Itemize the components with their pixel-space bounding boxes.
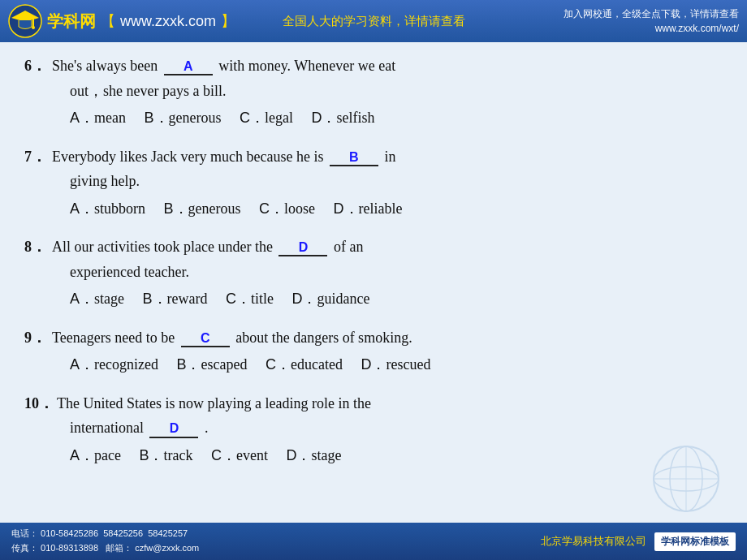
graduation-cap-icon [8,4,42,38]
q6-num: 6． [24,54,49,79]
q9-opt-a: A．recognized [70,356,158,373]
q7-blank: B [330,149,378,166]
q7-num: 7． [24,144,49,170]
q8-line2: experienced teacher. [24,260,723,285]
footer-contact: 电话： 010-58425286 58425256 58425257 传真： 0… [11,527,199,555]
site-name-cn: 学科网 [47,11,96,32]
phone2: 58425256 [103,528,143,538]
bottom-bar: 电话： 010-58425286 58425256 58425257 传真： 0… [0,523,747,560]
top-banner-left: 学科网 【 www.zxxk.com 】 [8,4,235,38]
banner-center-text: 全国人大的学习资料，详情请查看 [283,14,465,29]
question-6: 6． She's always been A with money. Whene… [24,54,723,131]
footer-phone: 电话： 010-58425286 58425256 58425257 [11,527,199,541]
banner-right-line1: 加入网校通，全级全点下载，详情请查看 [563,6,739,21]
q10-period: . [205,420,209,436]
phone3: 58425257 [148,528,188,538]
q9-num: 9． [24,325,49,351]
decorative-globe [650,442,723,515]
q9-opt-b: B．escaped [176,356,247,373]
q10-blank: D [149,420,198,437]
question-9-line1: 9． Teenagers need to be C about the dang… [24,325,723,351]
footer-logo-text: 学科网标准模板 [661,536,729,547]
q10-opt-d: D．stage [286,447,341,463]
q7-opt-a: A．stubborn [70,200,145,217]
q9-text: Teenagers need to be C about the dangers… [52,325,723,351]
q9-opt-d: D．rescued [361,356,430,373]
footer-right: 北京学易科技有限公司 学科网标准模板 [541,532,736,551]
company-name: 北京学易科技有限公司 [541,534,646,549]
q6-options: A．mean B．generous C．legal D．selfish [24,105,723,131]
q8-opt-c: C．title [226,291,274,307]
q9-blank: C [181,330,230,347]
q8-blank: D [279,239,327,256]
q6-opt-b: B．generous [145,110,222,126]
q10-text: The United States is now playing a leadi… [57,391,723,416]
q8-text: All our activities took place under the … [52,235,723,260]
q7-line2: giving help. [24,169,723,194]
question-7: 7． Everybody likes Jack very much becaus… [24,144,723,222]
svg-rect-2 [32,19,34,27]
q9-options: A．recognized B．escaped C．educated D．resc… [24,351,723,377]
question-6-line1: 6． She's always been A with money. Whene… [24,54,723,79]
footer-logo-box: 学科网标准模板 [654,532,736,551]
fax-label: 传真： [11,543,38,553]
q10-num: 10． [24,391,54,416]
q8-opt-b: B．reward [143,291,208,307]
main-content: 6． She's always been A with money. Whene… [0,42,747,489]
q10-opt-a: A．pace [70,447,121,463]
question-8-line1: 8． All our activities took place under t… [24,235,723,260]
banner-right-url: www.zxxk.com/wxt/ [563,21,739,36]
svg-point-3 [32,26,35,29]
question-7-line1: 7． Everybody likes Jack very much becaus… [24,144,723,170]
q10-options: A．pace B．track C．event D．stage [24,442,723,468]
q7-options: A．stubborn B．generous C．loose D．reliable [24,196,723,222]
q8-num: 8． [24,235,49,260]
banner-right-info: 加入网校通，全级全点下载，详情请查看 www.zxxk.com/wxt/ [563,6,739,36]
q6-opt-c: C．legal [240,110,293,126]
q8-opt-a: A．stage [70,291,124,307]
q6-blank: A [164,58,213,75]
bracket-left: 【 [101,11,115,31]
question-10: 10． The United States is now playing a l… [24,391,723,469]
question-10-line1: 10． The United States is now playing a l… [24,391,723,416]
q7-opt-d: D．reliable [334,200,403,217]
q7-text: Everybody likes Jack very much because h… [52,144,723,170]
top-banner: 学科网 【 www.zxxk.com 】 全国人大的学习资料，详情请查看 加入网… [0,0,747,42]
q7-opt-c: C．loose [259,200,315,217]
email-address: czfw@zxxk.com [135,543,199,553]
q6-text: She's always been A with money. Whenever… [52,54,723,79]
q10-opt-b: B．track [139,447,192,463]
fax-number: 010-89313898 [41,543,98,553]
phone-label: 电话： [11,528,38,538]
q10-line2: international D . [24,416,723,441]
q9-opt-c: C．educated [266,356,343,373]
email-label: 邮箱： [106,543,132,553]
q10-opt-c: C．event [211,447,268,463]
question-8: 8． All our activities took place under t… [24,235,723,312]
q6-opt-d: D．selfish [311,110,374,126]
phone1: 010-58425286 [41,528,98,538]
footer-fax-email: 传真： 010-89313898 邮箱： czfw@zxxk.com [11,541,199,556]
q7-opt-b: B．generous [164,200,241,217]
q8-opt-d: D．guidance [291,291,369,307]
site-url: www.zxxk.com [120,13,216,30]
q6-opt-a: A．mean [70,110,126,126]
question-9: 9． Teenagers need to be C about the dang… [24,325,723,378]
q6-line2: out，she never pays a bill. [24,79,723,104]
bracket-right: 】 [221,11,235,31]
q8-options: A．stage B．reward C．title D．guidance [24,286,723,312]
